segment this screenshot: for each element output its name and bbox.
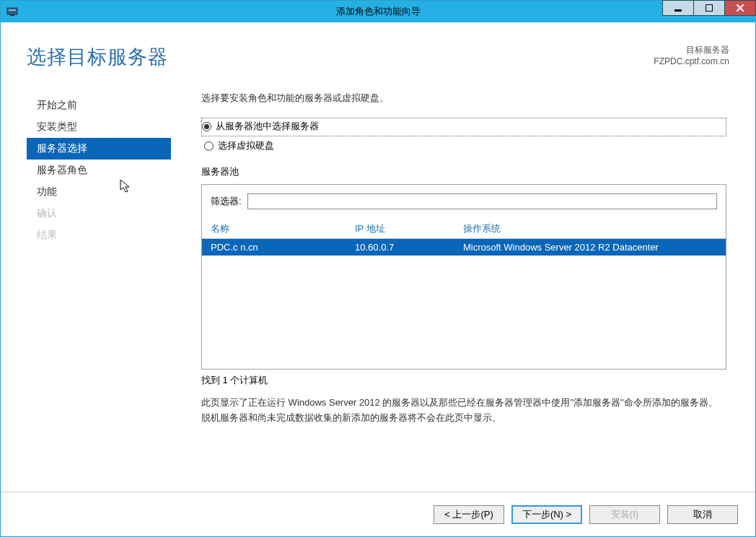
filter-row: 筛选器: xyxy=(202,185,726,218)
nav-install-type[interactable]: 安装类型 xyxy=(27,116,171,138)
svg-rect-2 xyxy=(10,14,14,16)
count-text: 找到 1 个计算机 xyxy=(201,374,726,387)
install-button: 安装(I) xyxy=(589,505,660,524)
cell-ip: 10.60.0.7 xyxy=(355,242,463,253)
target-label: 目标服务器 xyxy=(654,44,729,56)
col-header-name[interactable]: 名称 xyxy=(211,222,355,235)
target-name: FZPDC.cptf.com.cn xyxy=(654,56,729,66)
svg-rect-3 xyxy=(674,9,682,12)
table-header: 名称 IP 地址 操作系统 xyxy=(202,218,726,239)
instruction-text: 选择要安装角色和功能的服务器或虚拟硬盘。 xyxy=(201,92,726,105)
radio-label-1: 从服务器池中选择服务器 xyxy=(216,120,319,133)
nav-features[interactable]: 功能 xyxy=(27,181,171,203)
radio-dot-icon xyxy=(204,141,214,151)
radio-select-from-pool[interactable]: 从服务器池中选择服务器 xyxy=(202,118,723,134)
main-panel: 选择要安装角色和功能的服务器或虚拟硬盘。 从服务器池中选择服务器 选择虚拟硬盘 … xyxy=(171,92,729,492)
content-area: 选择目标服务器 目标服务器 FZPDC.cptf.com.cn 开始之前 安装类… xyxy=(1,22,755,492)
cancel-button[interactable]: 取消 xyxy=(667,505,738,524)
radio-dot-icon xyxy=(202,122,211,131)
nav-before-begin[interactable]: 开始之前 xyxy=(27,95,171,116)
target-server-box: 目标服务器 FZPDC.cptf.com.cn xyxy=(654,44,729,66)
titlebar[interactable]: 添加角色和功能向导 xyxy=(1,1,755,22)
app-icon xyxy=(6,6,18,17)
cell-name: PDC.c n.cn xyxy=(211,242,355,253)
svg-rect-0 xyxy=(7,8,17,14)
col-header-ip[interactable]: IP 地址 xyxy=(355,222,463,235)
svg-rect-4 xyxy=(706,4,713,12)
minimize-button[interactable] xyxy=(662,0,694,16)
maximize-button[interactable] xyxy=(693,0,725,16)
page-title: 选择目标服务器 xyxy=(27,44,168,70)
table-row[interactable]: PDC.c n.cn 10.60.0.7 Microsoft Windows S… xyxy=(202,239,726,256)
nav-server-roles[interactable]: 服务器角色 xyxy=(27,160,171,181)
filter-input[interactable] xyxy=(247,193,717,209)
nav-results: 结果 xyxy=(27,224,171,246)
nav-confirmation: 确认 xyxy=(27,203,171,224)
wizard-nav: 开始之前 安装类型 服务器选择 服务器角色 功能 确认 结果 xyxy=(27,92,171,492)
wizard-window: 添加角色和功能向导 选择目标服务器 目标服务器 FZPDC.cptf.com.c… xyxy=(0,0,756,537)
table-body: PDC.c n.cn 10.60.0.7 Microsoft Windows S… xyxy=(202,239,726,369)
window-controls xyxy=(662,1,755,22)
next-button[interactable]: 下一步(N) > xyxy=(511,505,582,524)
description-text: 此页显示了正在运行 Windows Server 2012 的服务器以及那些已经… xyxy=(201,396,726,426)
footer: < 上一步(P) 下一步(N) > 安装(I) 取消 xyxy=(1,492,755,536)
close-button[interactable] xyxy=(724,0,756,16)
nav-server-selection[interactable]: 服务器选择 xyxy=(27,138,171,160)
radio-group: 从服务器池中选择服务器 xyxy=(201,118,726,136)
body-row: 开始之前 安装类型 服务器选择 服务器角色 功能 确认 结果 选择要安装角色和功… xyxy=(27,92,729,492)
server-pool-box: 筛选器: 名称 IP 地址 操作系统 PDC.c n.cn 10.60.0.7 xyxy=(201,184,726,370)
radio-label-2: 选择虚拟硬盘 xyxy=(218,139,274,152)
server-pool-label: 服务器池 xyxy=(201,165,726,178)
header-row: 选择目标服务器 目标服务器 FZPDC.cptf.com.cn xyxy=(27,44,729,70)
back-button[interactable]: < 上一步(P) xyxy=(434,505,504,524)
filter-label: 筛选器: xyxy=(211,195,242,208)
cell-os: Microsoft Windows Server 2012 R2 Datacen… xyxy=(463,242,717,253)
col-header-os[interactable]: 操作系统 xyxy=(463,222,717,235)
svg-rect-1 xyxy=(9,9,16,11)
radio-select-vhd[interactable]: 选择虚拟硬盘 xyxy=(201,138,726,154)
window-title: 添加角色和功能向导 xyxy=(336,5,421,18)
